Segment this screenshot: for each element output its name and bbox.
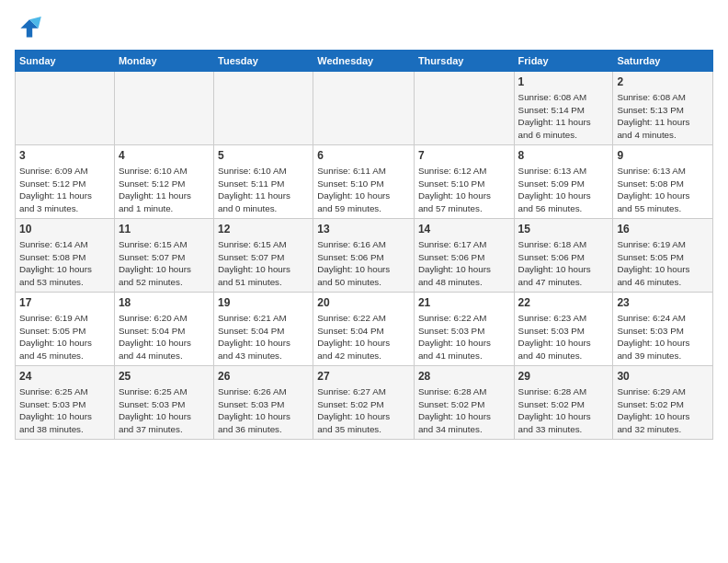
weekday-header-monday: Monday [114, 51, 213, 72]
calendar-week-row: 24Sunrise: 6:25 AM Sunset: 5:03 PM Dayli… [16, 366, 713, 440]
day-info: Sunrise: 6:20 AM Sunset: 5:04 PM Dayligh… [119, 312, 210, 362]
day-number: 26 [218, 369, 309, 385]
day-number: 22 [518, 295, 609, 311]
day-number: 16 [617, 222, 709, 237]
day-number: 13 [317, 222, 410, 237]
calendar-cell [114, 72, 213, 145]
calendar-cell [414, 72, 514, 145]
day-number: 21 [418, 295, 510, 311]
day-info: Sunrise: 6:28 AM Sunset: 5:02 PM Dayligh… [418, 385, 510, 436]
weekday-header-wednesday: Wednesday [313, 51, 415, 72]
day-number: 7 [418, 148, 510, 164]
day-info: Sunrise: 6:14 AM Sunset: 5:08 PM Dayligh… [19, 238, 110, 289]
calendar-cell: 2Sunrise: 6:08 AM Sunset: 5:13 PM Daylig… [613, 72, 713, 145]
calendar-cell: 27Sunrise: 6:27 AM Sunset: 5:02 PM Dayli… [313, 366, 415, 440]
calendar-cell: 25Sunrise: 6:25 AM Sunset: 5:03 PM Dayli… [114, 366, 213, 440]
calendar-cell: 4Sunrise: 6:10 AM Sunset: 5:12 PM Daylig… [114, 145, 213, 219]
day-info: Sunrise: 6:08 AM Sunset: 5:14 PM Dayligh… [518, 91, 609, 142]
day-info: Sunrise: 6:15 AM Sunset: 5:07 PM Dayligh… [218, 238, 309, 289]
day-info: Sunrise: 6:16 AM Sunset: 5:06 PM Dayligh… [317, 238, 410, 289]
day-info: Sunrise: 6:19 AM Sunset: 5:05 PM Dayligh… [617, 238, 709, 289]
day-number: 19 [218, 295, 309, 311]
day-info: Sunrise: 6:21 AM Sunset: 5:04 PM Dayligh… [218, 312, 309, 362]
day-number: 25 [119, 369, 210, 385]
calendar-week-row: 3Sunrise: 6:09 AM Sunset: 5:12 PM Daylig… [16, 145, 713, 219]
calendar-cell: 30Sunrise: 6:29 AM Sunset: 5:02 PM Dayli… [613, 366, 713, 440]
calendar-cell: 7Sunrise: 6:12 AM Sunset: 5:10 PM Daylig… [414, 145, 514, 219]
calendar-cell: 10Sunrise: 6:14 AM Sunset: 5:08 PM Dayli… [16, 219, 115, 293]
calendar-cell: 5Sunrise: 6:10 AM Sunset: 5:11 PM Daylig… [214, 145, 313, 219]
day-number: 3 [19, 148, 110, 164]
day-number: 10 [19, 222, 110, 237]
day-number: 29 [518, 369, 609, 385]
calendar-cell: 20Sunrise: 6:22 AM Sunset: 5:04 PM Dayli… [313, 293, 415, 366]
calendar-cell: 11Sunrise: 6:15 AM Sunset: 5:07 PM Dayli… [114, 219, 213, 293]
calendar-week-row: 10Sunrise: 6:14 AM Sunset: 5:08 PM Dayli… [16, 219, 713, 293]
calendar-week-row: 1Sunrise: 6:08 AM Sunset: 5:14 PM Daylig… [16, 72, 713, 145]
day-info: Sunrise: 6:17 AM Sunset: 5:06 PM Dayligh… [418, 238, 510, 289]
calendar-cell: 9Sunrise: 6:13 AM Sunset: 5:08 PM Daylig… [613, 145, 713, 219]
calendar-cell: 1Sunrise: 6:08 AM Sunset: 5:14 PM Daylig… [514, 72, 613, 145]
calendar-cell: 13Sunrise: 6:16 AM Sunset: 5:06 PM Dayli… [313, 219, 415, 293]
logo-icon [15, 15, 44, 40]
day-info: Sunrise: 6:10 AM Sunset: 5:12 PM Dayligh… [119, 165, 210, 215]
calendar-cell: 26Sunrise: 6:26 AM Sunset: 5:03 PM Dayli… [214, 366, 313, 440]
day-info: Sunrise: 6:23 AM Sunset: 5:03 PM Dayligh… [518, 312, 609, 362]
day-number: 18 [119, 295, 210, 311]
day-info: Sunrise: 6:26 AM Sunset: 5:03 PM Dayligh… [218, 385, 309, 436]
day-number: 9 [617, 148, 709, 164]
calendar-cell: 12Sunrise: 6:15 AM Sunset: 5:07 PM Dayli… [214, 219, 313, 293]
day-info: Sunrise: 6:11 AM Sunset: 5:10 PM Dayligh… [317, 165, 410, 215]
calendar-cell: 15Sunrise: 6:18 AM Sunset: 5:06 PM Dayli… [514, 219, 613, 293]
calendar-cell: 29Sunrise: 6:28 AM Sunset: 5:02 PM Dayli… [514, 366, 613, 440]
logo [15, 15, 48, 40]
day-info: Sunrise: 6:28 AM Sunset: 5:02 PM Dayligh… [518, 385, 609, 436]
calendar-cell: 21Sunrise: 6:22 AM Sunset: 5:03 PM Dayli… [414, 293, 514, 366]
weekday-header-saturday: Saturday [613, 51, 713, 72]
day-number: 30 [617, 369, 709, 385]
day-info: Sunrise: 6:13 AM Sunset: 5:09 PM Dayligh… [518, 165, 609, 215]
calendar-cell: 22Sunrise: 6:23 AM Sunset: 5:03 PM Dayli… [514, 293, 613, 366]
day-info: Sunrise: 6:29 AM Sunset: 5:02 PM Dayligh… [617, 385, 709, 436]
day-number: 11 [119, 222, 210, 237]
calendar-cell [313, 72, 415, 145]
day-number: 4 [119, 148, 210, 164]
day-info: Sunrise: 6:13 AM Sunset: 5:08 PM Dayligh… [617, 165, 709, 215]
calendar-cell: 14Sunrise: 6:17 AM Sunset: 5:06 PM Dayli… [414, 219, 514, 293]
day-number: 23 [617, 295, 709, 311]
calendar-table: SundayMondayTuesdayWednesdayThursdayFrid… [15, 50, 713, 440]
day-info: Sunrise: 6:10 AM Sunset: 5:11 PM Dayligh… [218, 165, 309, 215]
day-number: 8 [518, 148, 609, 164]
day-number: 27 [317, 369, 410, 385]
calendar-cell: 8Sunrise: 6:13 AM Sunset: 5:09 PM Daylig… [514, 145, 613, 219]
calendar-cell: 23Sunrise: 6:24 AM Sunset: 5:03 PM Dayli… [613, 293, 713, 366]
calendar-cell: 28Sunrise: 6:28 AM Sunset: 5:02 PM Dayli… [414, 366, 514, 440]
calendar-cell: 24Sunrise: 6:25 AM Sunset: 5:03 PM Dayli… [16, 366, 115, 440]
day-info: Sunrise: 6:18 AM Sunset: 5:06 PM Dayligh… [518, 238, 609, 289]
calendar-cell: 16Sunrise: 6:19 AM Sunset: 5:05 PM Dayli… [613, 219, 713, 293]
day-number: 15 [518, 222, 609, 237]
calendar-cell: 6Sunrise: 6:11 AM Sunset: 5:10 PM Daylig… [313, 145, 415, 219]
day-info: Sunrise: 6:12 AM Sunset: 5:10 PM Dayligh… [418, 165, 510, 215]
day-number: 24 [19, 369, 110, 385]
day-info: Sunrise: 6:22 AM Sunset: 5:04 PM Dayligh… [317, 312, 410, 362]
calendar-cell: 19Sunrise: 6:21 AM Sunset: 5:04 PM Dayli… [214, 293, 313, 366]
day-number: 17 [19, 295, 110, 311]
calendar-cell [214, 72, 313, 145]
day-info: Sunrise: 6:25 AM Sunset: 5:03 PM Dayligh… [19, 385, 110, 436]
calendar-cell: 18Sunrise: 6:20 AM Sunset: 5:04 PM Dayli… [114, 293, 213, 366]
day-info: Sunrise: 6:22 AM Sunset: 5:03 PM Dayligh… [418, 312, 510, 362]
day-number: 28 [418, 369, 510, 385]
day-info: Sunrise: 6:25 AM Sunset: 5:03 PM Dayligh… [119, 385, 210, 436]
day-info: Sunrise: 6:27 AM Sunset: 5:02 PM Dayligh… [317, 385, 410, 436]
day-info: Sunrise: 6:19 AM Sunset: 5:05 PM Dayligh… [19, 312, 110, 362]
day-info: Sunrise: 6:08 AM Sunset: 5:13 PM Dayligh… [617, 91, 709, 142]
day-number: 1 [518, 75, 609, 90]
day-info: Sunrise: 6:24 AM Sunset: 5:03 PM Dayligh… [617, 312, 709, 362]
day-number: 2 [617, 75, 709, 90]
weekday-header-tuesday: Tuesday [214, 51, 313, 72]
calendar-cell: 17Sunrise: 6:19 AM Sunset: 5:05 PM Dayli… [16, 293, 115, 366]
day-number: 5 [218, 148, 309, 164]
page-header [15, 15, 713, 40]
day-number: 12 [218, 222, 309, 237]
